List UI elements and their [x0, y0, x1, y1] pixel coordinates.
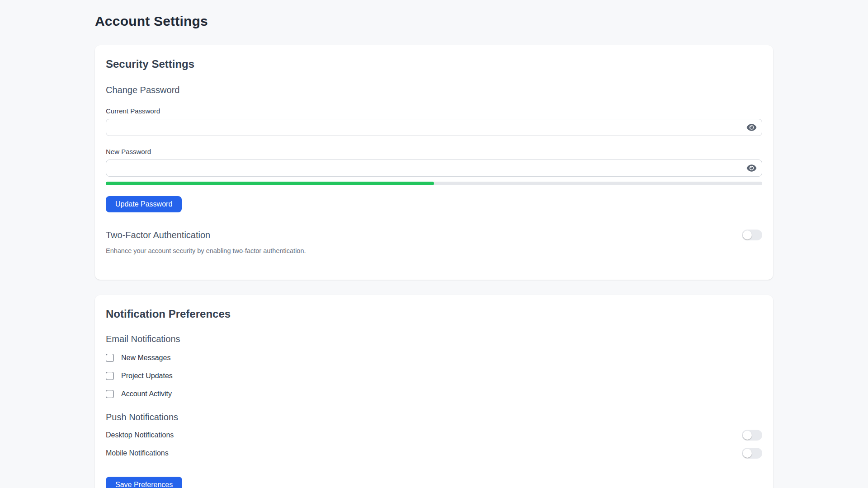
current-password-label: Current Password — [106, 107, 762, 115]
checkbox-row-new-messages: New Messages — [106, 353, 762, 362]
account-activity-checkbox[interactable] — [106, 390, 114, 398]
push-notifications-section: Push Notifications Desktop Notifications… — [106, 412, 762, 459]
current-password-input-wrap — [106, 119, 762, 136]
toggle-current-password-visibility-button[interactable] — [745, 123, 758, 132]
toggle-knob — [743, 230, 752, 239]
new-messages-label[interactable]: New Messages — [121, 354, 170, 362]
new-password-input-wrap — [106, 160, 762, 177]
project-updates-checkbox[interactable] — [106, 372, 114, 380]
security-settings-title: Security Settings — [106, 58, 762, 70]
desktop-notifications-row: Desktop Notifications — [106, 430, 762, 441]
email-notifications-heading: Email Notifications — [106, 334, 762, 344]
change-password-heading: Change Password — [106, 85, 762, 95]
eye-icon — [746, 126, 757, 133]
account-activity-label[interactable]: Account Activity — [121, 390, 172, 398]
eye-icon — [746, 167, 757, 174]
page-container: Account Settings Security Settings Chang… — [95, 0, 773, 488]
new-messages-checkbox[interactable] — [106, 354, 114, 362]
notification-preferences-card: Notification Preferences Email Notificat… — [95, 295, 773, 488]
notification-preferences-title: Notification Preferences — [106, 308, 762, 320]
page-title: Account Settings — [95, 14, 773, 29]
desktop-notifications-label: Desktop Notifications — [106, 431, 174, 439]
two-factor-row: Two-Factor Authentication — [106, 230, 762, 240]
project-updates-label[interactable]: Project Updates — [121, 372, 173, 380]
current-password-input[interactable] — [106, 119, 762, 136]
mobile-notifications-label: Mobile Notifications — [106, 449, 169, 457]
push-notifications-heading: Push Notifications — [106, 412, 762, 422]
update-password-button[interactable]: Update Password — [106, 196, 182, 212]
security-settings-card: Security Settings Change Password Curren… — [95, 45, 773, 280]
email-notifications-group: New Messages Project Updates Account Act… — [106, 353, 762, 399]
new-password-input[interactable] — [106, 160, 762, 177]
checkbox-row-project-updates: Project Updates — [106, 371, 762, 380]
desktop-notifications-toggle[interactable] — [742, 430, 762, 441]
save-preferences-button[interactable]: Save Preferences — [106, 477, 182, 488]
checkbox-row-account-activity: Account Activity — [106, 389, 762, 399]
toggle-knob — [743, 431, 752, 440]
password-strength-bar — [106, 182, 762, 185]
two-factor-toggle[interactable] — [742, 230, 762, 240]
mobile-notifications-toggle[interactable] — [742, 448, 762, 459]
password-strength-fill — [106, 182, 434, 185]
toggle-knob — [743, 449, 752, 458]
new-password-label: New Password — [106, 148, 762, 155]
two-factor-heading: Two-Factor Authentication — [106, 230, 210, 240]
mobile-notifications-row: Mobile Notifications — [106, 448, 762, 459]
two-factor-description: Enhance your account security by enablin… — [106, 247, 762, 254]
toggle-new-password-visibility-button[interactable] — [745, 164, 758, 173]
